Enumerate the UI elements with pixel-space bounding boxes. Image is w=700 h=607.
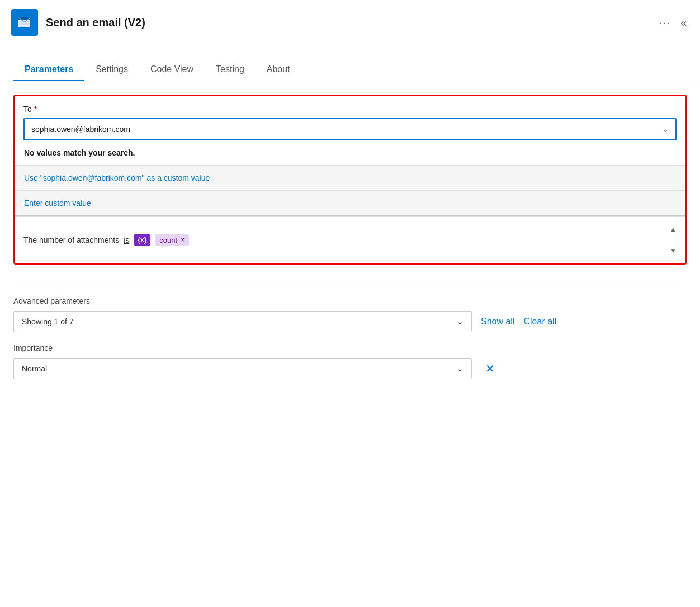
divider (13, 283, 687, 283)
importance-chevron-icon: ⌄ (457, 364, 463, 373)
attachment-arrows: ▲ ▼ (661, 225, 677, 255)
attachment-prefix: The number of attachments (23, 236, 119, 244)
importance-value: Normal (22, 364, 47, 373)
to-input-wrapper: ⌄ (23, 118, 677, 140)
arrow-up-button[interactable]: ▲ (670, 225, 677, 233)
importance-label: Importance (13, 344, 687, 352)
arrow-down-button[interactable]: ▼ (670, 247, 677, 255)
to-input[interactable] (25, 119, 655, 139)
header: Send an email (V2) ··· « (0, 0, 700, 45)
attachment-is: is (124, 236, 129, 244)
to-field-section: To* ⌄ (15, 96, 685, 140)
use-custom-value-option[interactable]: Use "sophia.owen@fabrikom.com" as a cust… (15, 166, 685, 190)
more-icon[interactable]: ··· (659, 16, 671, 29)
enter-custom-value-option[interactable]: Enter custom value (15, 190, 685, 215)
importance-dropdown[interactable]: Normal ⌄ (13, 358, 472, 379)
no-match-message: No values match your search. (15, 140, 685, 166)
tab-settings[interactable]: Settings (84, 59, 139, 81)
advanced-parameters-label: Advanced parameters (13, 297, 687, 305)
count-label: count (159, 236, 177, 244)
clear-all-link[interactable]: Clear all (523, 317, 556, 327)
required-asterisk: * (34, 105, 37, 114)
showing-label: Showing 1 of 7 (22, 317, 74, 326)
tab-testing[interactable]: Testing (205, 59, 256, 81)
tabs-bar: Parameters Settings Code View Testing Ab… (0, 59, 700, 81)
page-title: Send an email (V2) (46, 16, 145, 29)
main-content: To* ⌄ No values match your search. Use "… (0, 81, 700, 393)
collapse-icon[interactable]: « (680, 16, 687, 29)
advanced-row: Showing 1 of 7 ⌄ Show all Clear all (13, 311, 687, 332)
advanced-dropdown[interactable]: Showing 1 of 7 ⌄ (13, 311, 472, 332)
advanced-parameters-section: Advanced parameters Showing 1 of 7 ⌄ Sho… (13, 297, 687, 332)
to-dropdown-chevron[interactable]: ⌄ (655, 125, 675, 134)
count-chip: count × (155, 234, 189, 246)
show-all-link[interactable]: Show all (481, 317, 514, 327)
dropdown-panel: No values match your search. Use "sophia… (15, 140, 685, 216)
attachment-text: The number of attachments is {x} count × (23, 234, 661, 246)
red-border-container: To* ⌄ No values match your search. Use "… (13, 95, 687, 265)
importance-section: Importance Normal ⌄ ✕ (13, 344, 687, 379)
importance-row: Normal ⌄ ✕ (13, 358, 687, 379)
tab-parameters[interactable]: Parameters (13, 59, 84, 81)
header-actions: ··· « (659, 16, 687, 29)
app-icon (11, 9, 38, 36)
importance-clear-button[interactable]: ✕ (485, 362, 495, 375)
advanced-chevron-icon: ⌄ (457, 317, 463, 326)
tab-about[interactable]: About (256, 59, 301, 81)
to-label: To* (23, 105, 677, 114)
header-left: Send an email (V2) (11, 9, 145, 36)
tab-code-view[interactable]: Code View (139, 59, 205, 81)
attachment-row: The number of attachments is {x} count ×… (15, 216, 685, 263)
expression-badge[interactable]: {x} (134, 234, 150, 246)
count-remove-button[interactable]: × (181, 236, 185, 244)
